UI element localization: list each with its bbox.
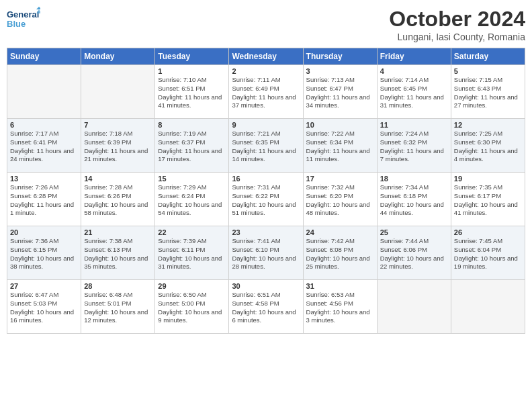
calendar-body: 1Sunrise: 7:10 AMSunset: 6:51 PMDaylight… — [7, 65, 525, 334]
calendar-cell: 10Sunrise: 7:22 AMSunset: 6:34 PMDayligh… — [303, 119, 377, 173]
calendar-row-1: 6Sunrise: 7:17 AMSunset: 6:41 PMDaylight… — [7, 119, 525, 173]
calendar-cell: 4Sunrise: 7:14 AMSunset: 6:45 PMDaylight… — [377, 65, 451, 119]
day-info: Sunrise: 7:14 AMSunset: 6:45 PMDaylight:… — [380, 76, 444, 109]
day-info: Sunrise: 6:50 AMSunset: 5:00 PMDaylight:… — [158, 291, 222, 324]
calendar-cell: 25Sunrise: 7:44 AMSunset: 6:06 PMDayligh… — [377, 226, 451, 280]
day-number: 4 — [380, 67, 448, 75]
calendar-cell: 8Sunrise: 7:19 AMSunset: 6:37 PMDaylight… — [155, 119, 229, 173]
day-info: Sunrise: 6:47 AMSunset: 5:03 PMDaylight:… — [10, 291, 74, 324]
day-info: Sunrise: 7:39 AMSunset: 6:11 PMDaylight:… — [158, 237, 222, 270]
calendar-row-2: 13Sunrise: 7:26 AMSunset: 6:28 PMDayligh… — [7, 173, 525, 226]
svg-marker-2 — [36, 7, 40, 9]
calendar-cell: 2Sunrise: 7:11 AMSunset: 6:49 PMDaylight… — [229, 65, 303, 119]
day-number: 22 — [158, 228, 226, 236]
day-info: Sunrise: 7:26 AMSunset: 6:28 PMDaylight:… — [10, 183, 74, 216]
day-info: Sunrise: 7:21 AMSunset: 6:35 PMDaylight:… — [232, 130, 296, 163]
calendar-cell: 15Sunrise: 7:29 AMSunset: 6:24 PMDayligh… — [155, 173, 229, 226]
calendar-cell: 23Sunrise: 7:41 AMSunset: 6:10 PMDayligh… — [229, 226, 303, 280]
calendar-row-3: 20Sunrise: 7:36 AMSunset: 6:15 PMDayligh… — [7, 226, 525, 280]
header-friday: Friday — [377, 48, 451, 65]
day-number: 18 — [380, 175, 448, 183]
day-number: 17 — [306, 175, 374, 183]
day-info: Sunrise: 6:53 AMSunset: 4:56 PMDaylight:… — [306, 291, 370, 324]
day-number: 1 — [158, 67, 226, 75]
calendar-cell: 9Sunrise: 7:21 AMSunset: 6:35 PMDaylight… — [229, 119, 303, 173]
day-number: 12 — [454, 121, 522, 129]
calendar-cell — [451, 280, 525, 334]
day-info: Sunrise: 7:38 AMSunset: 6:13 PMDaylight:… — [84, 237, 148, 270]
day-info: Sunrise: 7:35 AMSunset: 6:17 PMDaylight:… — [454, 183, 518, 216]
svg-text:Blue: Blue — [7, 19, 26, 29]
day-number: 27 — [10, 282, 78, 290]
month-title: October 2024 — [389, 7, 525, 32]
day-number: 2 — [232, 67, 300, 75]
day-info: Sunrise: 7:32 AMSunset: 6:20 PMDaylight:… — [306, 183, 370, 216]
svg-text:General: General — [7, 9, 39, 19]
calendar-row-4: 27Sunrise: 6:47 AMSunset: 5:03 PMDayligh… — [7, 280, 525, 334]
day-info: Sunrise: 7:15 AMSunset: 6:43 PMDaylight:… — [454, 76, 518, 109]
day-info: Sunrise: 7:29 AMSunset: 6:24 PMDaylight:… — [158, 183, 222, 216]
calendar-cell: 20Sunrise: 7:36 AMSunset: 6:15 PMDayligh… — [7, 226, 81, 280]
calendar-cell — [81, 65, 155, 119]
calendar-cell: 26Sunrise: 7:45 AMSunset: 6:04 PMDayligh… — [451, 226, 525, 280]
calendar-cell: 31Sunrise: 6:53 AMSunset: 4:56 PMDayligh… — [303, 280, 377, 334]
calendar-cell: 11Sunrise: 7:24 AMSunset: 6:32 PMDayligh… — [377, 119, 451, 173]
calendar-header-row: Sunday Monday Tuesday Wednesday Thursday… — [7, 48, 525, 65]
day-info: Sunrise: 7:13 AMSunset: 6:47 PMDaylight:… — [306, 76, 370, 109]
calendar-cell: 12Sunrise: 7:25 AMSunset: 6:30 PMDayligh… — [451, 119, 525, 173]
day-number: 5 — [454, 67, 522, 75]
calendar-cell: 16Sunrise: 7:31 AMSunset: 6:22 PMDayligh… — [229, 173, 303, 226]
calendar-cell: 17Sunrise: 7:32 AMSunset: 6:20 PMDayligh… — [303, 173, 377, 226]
day-number: 3 — [306, 67, 374, 75]
day-info: Sunrise: 7:28 AMSunset: 6:26 PMDaylight:… — [84, 183, 148, 216]
title-area: October 2024 Lungani, Iasi County, Roman… — [389, 7, 525, 42]
header: General Blue October 2024 Lungani, Iasi … — [7, 7, 525, 42]
day-info: Sunrise: 7:11 AMSunset: 6:49 PMDaylight:… — [232, 76, 296, 109]
day-number: 25 — [380, 228, 448, 236]
day-number: 23 — [232, 228, 300, 236]
logo-svg: General Blue — [7, 7, 40, 34]
day-number: 13 — [10, 175, 78, 183]
day-info: Sunrise: 7:36 AMSunset: 6:15 PMDaylight:… — [10, 237, 74, 270]
calendar-cell: 24Sunrise: 7:42 AMSunset: 6:08 PMDayligh… — [303, 226, 377, 280]
calendar-cell: 21Sunrise: 7:38 AMSunset: 6:13 PMDayligh… — [81, 226, 155, 280]
header-thursday: Thursday — [303, 48, 377, 65]
day-number: 8 — [158, 121, 226, 129]
day-number: 14 — [84, 175, 152, 183]
day-number: 26 — [454, 228, 522, 236]
day-number: 7 — [84, 121, 152, 129]
calendar-row-0: 1Sunrise: 7:10 AMSunset: 6:51 PMDaylight… — [7, 65, 525, 119]
header-monday: Monday — [81, 48, 155, 65]
day-info: Sunrise: 6:51 AMSunset: 4:58 PMDaylight:… — [232, 291, 296, 324]
calendar-cell: 6Sunrise: 7:17 AMSunset: 6:41 PMDaylight… — [7, 119, 81, 173]
day-info: Sunrise: 7:31 AMSunset: 6:22 PMDaylight:… — [232, 183, 296, 216]
calendar-cell: 29Sunrise: 6:50 AMSunset: 5:00 PMDayligh… — [155, 280, 229, 334]
day-number: 28 — [84, 282, 152, 290]
day-info: Sunrise: 7:45 AMSunset: 6:04 PMDaylight:… — [454, 237, 518, 270]
day-info: Sunrise: 7:24 AMSunset: 6:32 PMDaylight:… — [380, 130, 444, 163]
day-number: 6 — [10, 121, 78, 129]
calendar-cell: 1Sunrise: 7:10 AMSunset: 6:51 PMDaylight… — [155, 65, 229, 119]
day-number: 10 — [306, 121, 374, 129]
calendar-cell: 22Sunrise: 7:39 AMSunset: 6:11 PMDayligh… — [155, 226, 229, 280]
day-number: 11 — [380, 121, 448, 129]
calendar-cell — [7, 65, 81, 119]
calendar-cell — [377, 280, 451, 334]
header-saturday: Saturday — [451, 48, 525, 65]
calendar-cell: 28Sunrise: 6:48 AMSunset: 5:01 PMDayligh… — [81, 280, 155, 334]
day-info: Sunrise: 7:10 AMSunset: 6:51 PMDaylight:… — [158, 76, 222, 109]
day-number: 30 — [232, 282, 300, 290]
page: General Blue October 2024 Lungani, Iasi … — [0, 0, 532, 411]
day-number: 15 — [158, 175, 226, 183]
day-info: Sunrise: 7:41 AMSunset: 6:10 PMDaylight:… — [232, 237, 296, 270]
day-number: 19 — [454, 175, 522, 183]
logo: General Blue — [7, 7, 40, 34]
day-info: Sunrise: 7:17 AMSunset: 6:41 PMDaylight:… — [10, 130, 74, 163]
calendar-table: Sunday Monday Tuesday Wednesday Thursday… — [7, 48, 525, 334]
calendar-cell: 3Sunrise: 7:13 AMSunset: 6:47 PMDaylight… — [303, 65, 377, 119]
calendar-cell: 13Sunrise: 7:26 AMSunset: 6:28 PMDayligh… — [7, 173, 81, 226]
header-tuesday: Tuesday — [155, 48, 229, 65]
location: Lungani, Iasi County, Romania — [389, 32, 525, 42]
header-sunday: Sunday — [7, 48, 81, 65]
calendar-cell: 18Sunrise: 7:34 AMSunset: 6:18 PMDayligh… — [377, 173, 451, 226]
